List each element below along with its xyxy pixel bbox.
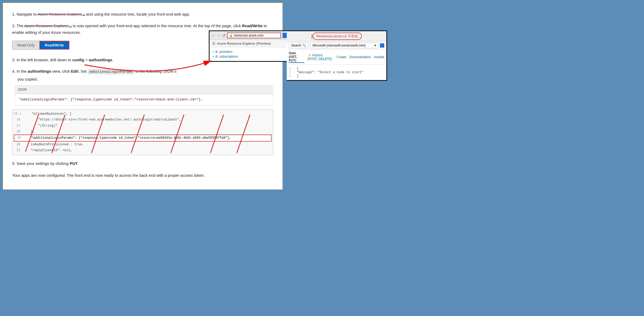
step-3-text2: > xyxy=(84,58,89,62)
line-content-15: "allowedAudiences": [ xyxy=(24,111,72,117)
step-3-bold2: authsettings xyxy=(89,58,112,62)
step-4-text4: to the following JSON s xyxy=(134,69,177,73)
code-lines-container: 15 ▾ "allowedAudiences": [ 16 "https://d… xyxy=(12,109,273,155)
step-1-text-after: and using the resource tree, locate your… xyxy=(85,12,190,16)
line-content-18: ], xyxy=(23,129,34,134)
step-5-bold: PUT xyxy=(70,161,78,166)
read-write-text: Read/Write xyxy=(242,24,263,28)
tree-plus-providers: + xyxy=(212,50,214,53)
step-3-text: In the left browser, drill down to xyxy=(17,58,72,62)
search-icon: 🔍 xyxy=(302,44,306,47)
ann-line-num-1: 1 xyxy=(289,67,294,71)
step-4-bold2: Edit xyxy=(71,69,78,73)
lock-icon: 🔒 xyxy=(229,34,233,37)
step-4-number: 4. xyxy=(12,69,16,73)
tab-data-get-put[interactable]: Data (GET, PUT) xyxy=(289,51,304,63)
code-line-17: 17 "(String)" xyxy=(14,123,272,129)
panel-icon xyxy=(380,43,384,48)
step-5-text2: . xyxy=(78,161,79,166)
tab-create[interactable]: Create xyxy=(337,55,346,59)
azure-resource-explorer-link-2[interactable]: Azure Resource Explorer xyxy=(24,24,72,28)
code-line-21: 21 "replyClientId": null, xyxy=(14,147,272,153)
line-content-16: "https://dotnet-core-front-end.azurewebs… xyxy=(23,117,181,122)
annotation-url-bar: | Resources.azure.cn 不存在 xyxy=(287,31,386,41)
tree-label-subscriptions: subscriptions xyxy=(219,55,238,58)
search-input-text: Search xyxy=(291,44,301,47)
annotation-search-bar: Search 🔍 Microsoft (microsoft.onmicrosof… xyxy=(287,41,386,50)
azure-resource-explorer-link-1[interactable]: Azure Resource Explorer xyxy=(38,12,85,16)
browser-url-field[interactable]: 🔒 resources.azure.com xyxy=(227,32,281,38)
step-2-text-middle: is now opened with your front-end app se… xyxy=(72,24,242,28)
step-2-text-before: The xyxy=(16,24,24,28)
ann-code-content-2: "message": "Select a node to start" xyxy=(297,71,363,74)
tree-plus-subscriptions: + xyxy=(212,55,214,58)
step-4-text: In the xyxy=(17,69,28,73)
browser-url-text: resources.azure.com xyxy=(234,34,263,37)
step-1-text-before: Navigate to xyxy=(17,12,38,16)
ann-code-content-1: { xyxy=(297,67,299,71)
tree-item-subscriptions[interactable]: + ⚙ subscriptions xyxy=(212,54,287,59)
read-write-button[interactable]: Read/Write xyxy=(39,41,69,49)
azure-resource-explorer-panel: ← → ↺ 🔒 resources.azure.com ☰ Azure Reso… xyxy=(209,30,291,62)
code-line-16: 16 "https://dotnet-core-front-end.azurew… xyxy=(14,117,272,123)
line-num-19: 19 xyxy=(14,135,24,141)
step-3-text3: . xyxy=(112,58,113,62)
code-line-15: 15 ▾ "allowedAudiences": [ xyxy=(14,111,272,117)
line-content-21: "replyClientId": null, xyxy=(23,148,72,153)
ann-line-num-3: 3 xyxy=(289,74,294,78)
tab-actions-post-delete[interactable]: ⚡ Actions (POST, DELETE) xyxy=(308,53,333,61)
code-line-20: 20 isAadAutoProvisioned : true, xyxy=(14,142,272,147)
ann-code-line-3: 3 } xyxy=(289,74,384,78)
step-5-number: 5. xyxy=(12,161,16,166)
code-line-19: 19 "additionalLoginParams": ["response_t… xyxy=(14,134,272,141)
browser-forward-button[interactable]: → xyxy=(217,33,221,38)
tree-label-providers: providers xyxy=(219,50,232,54)
ann-line-num-2: 2 xyxy=(289,71,294,74)
step-4-text5: you copied. xyxy=(17,77,38,81)
step-4-bold1: authsettings xyxy=(27,69,51,73)
annotation-code-area: 1 { 2 "message": "Select a node to start… xyxy=(287,65,386,80)
step-4-inline-code: additionalLoginParams xyxy=(88,69,134,74)
step-5: 5. Save your settings by clicking PUT. xyxy=(12,160,273,167)
line-num-17: 17 xyxy=(14,123,23,128)
code-image-block: 15 ▾ "allowedAudiences": [ 16 "https://d… xyxy=(12,109,273,155)
step-1-number: 1. xyxy=(12,12,16,16)
step-3-bold1: config xyxy=(72,58,84,62)
dropdown-chevron-icon: ▾ xyxy=(374,44,376,47)
tree-item-providers[interactable]: + ⚙ providers xyxy=(212,49,287,54)
azure-explorer-title: Azure Resource Explorer (Preview) xyxy=(217,41,271,45)
line-num-18: 18 xyxy=(14,129,23,134)
annotation-tabs: Data (GET, PUT) ⚡ Actions (POST, DELETE)… xyxy=(287,50,386,65)
explorer-icon: ☰ xyxy=(212,41,215,45)
tenant-dropdown-text: Microsoft (microsoft.onmicrosoft.com) xyxy=(313,44,365,47)
tab-ansible[interactable]: Ansible xyxy=(374,55,384,59)
step-5-text: Save your settings by clicking xyxy=(17,161,70,166)
browser-refresh-button[interactable]: ↺ xyxy=(222,33,225,38)
line-content-20: isAadAutoProvisioned : true, xyxy=(23,142,84,147)
line-num-20: 20 xyxy=(14,142,23,147)
code-line-18: 18 ], xyxy=(14,129,272,134)
tab-documentation[interactable]: Documentation xyxy=(349,55,371,59)
ann-code-line-1: 1 { xyxy=(289,67,384,71)
step-2-number: 2. xyxy=(12,24,16,28)
json-code-block: "additionalLoginParams": ["response_type… xyxy=(15,94,273,105)
read-only-button[interactable]: Read Only xyxy=(12,41,39,49)
line-num-21: 21 xyxy=(14,148,23,153)
step-1: 1. Navigate to Azure Resource Explorer a… xyxy=(12,11,273,18)
azure-explorer-header: ☰ Azure Resource Explorer (Preview) xyxy=(210,40,290,47)
line-content-17: "(String)" xyxy=(23,123,57,128)
ann-code-line-2: 2 "message": "Select a node to start" xyxy=(289,71,384,74)
subscription-icon: ⚙ xyxy=(215,55,218,58)
line-num-16: 16 xyxy=(14,117,23,122)
line-num-15: 15 ▾ xyxy=(14,111,24,117)
annotation-url-note: Resources.azure.cn 不存在 xyxy=(313,32,362,40)
read-only-write-toggle: Read Only Read/Write xyxy=(12,41,70,50)
step-3-number: 3. xyxy=(12,58,16,62)
search-input-box[interactable]: Search 🔍 xyxy=(289,43,309,48)
browser-back-button[interactable]: ← xyxy=(212,33,215,38)
ann-code-content-3: } xyxy=(297,74,299,78)
tenant-dropdown[interactable]: Microsoft (microsoft.onmicrosoft.com) ▾ xyxy=(310,43,378,48)
conclusion-text: Your apps are now configured. The front … xyxy=(12,172,273,179)
step-4-text3: . Set xyxy=(78,69,88,73)
step-4: 4. In the authsettings view, click Edit.… xyxy=(12,68,273,155)
